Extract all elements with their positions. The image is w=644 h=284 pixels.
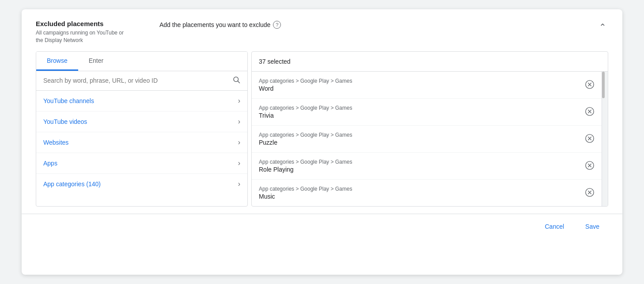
section-subtitle: All campaigns running on YouTube or the … — [36, 29, 124, 44]
modal-header: Excluded placements All campaigns runnin… — [22, 9, 622, 51]
selected-header: 37 selected — [252, 52, 608, 72]
item-path: App categories > Google Play > Games — [259, 132, 352, 138]
item-content: App categories > Google Play > Games Tri… — [259, 105, 352, 119]
list-item: App categories > Google Play > Games Tri… — [252, 99, 602, 126]
scrollbar-thumb[interactable] — [602, 72, 605, 98]
item-path: App categories > Google Play > Games — [259, 186, 352, 192]
item-content: App categories > Google Play > Games Rol… — [259, 159, 352, 173]
nav-item-label: Apps — [43, 160, 57, 167]
section-title: Excluded placements — [36, 20, 142, 27]
nav-item-label: YouTube channels — [43, 97, 94, 104]
section-title-block: Excluded placements All campaigns runnin… — [36, 20, 142, 44]
search-icon — [232, 76, 240, 86]
item-path: App categories > Google Play > Games — [259, 78, 352, 84]
nav-item-label: Websites — [43, 139, 68, 146]
modal-body: Browse Enter YouTube channels › — [22, 51, 622, 214]
remove-button[interactable] — [585, 161, 595, 173]
selected-panel: 37 selected App categories > Google Play… — [251, 51, 608, 207]
nav-list: YouTube channels › YouTube videos › Webs… — [36, 91, 247, 194]
tab-enter[interactable]: Enter — [78, 52, 114, 71]
help-icon[interactable]: ? — [273, 21, 281, 29]
selected-panel-inner: App categories > Google Play > Games Wor… — [252, 72, 608, 206]
search-box — [36, 71, 247, 91]
excluded-placements-modal: Excluded placements All campaigns runnin… — [22, 9, 622, 275]
tab-browse[interactable]: Browse — [36, 52, 78, 71]
item-name: Puzzle — [259, 139, 352, 146]
remove-button[interactable] — [585, 188, 595, 200]
chevron-right-icon: › — [238, 118, 240, 126]
item-name: Role Playing — [259, 166, 352, 173]
list-item: App categories > Google Play > Games Mus… — [252, 180, 602, 206]
browse-panel: Browse Enter YouTube channels › — [36, 51, 248, 207]
remove-button[interactable] — [585, 134, 595, 146]
list-item: App categories > Google Play > Games Wor… — [252, 72, 602, 99]
search-input[interactable] — [43, 77, 229, 84]
chevron-right-icon: › — [238, 180, 240, 188]
item-name: Trivia — [259, 112, 352, 119]
cancel-button[interactable]: Cancel — [536, 219, 573, 234]
remove-button[interactable] — [585, 107, 595, 119]
save-button[interactable]: Save — [576, 219, 608, 234]
scrollbar[interactable] — [602, 72, 608, 206]
tabs: Browse Enter — [36, 52, 247, 71]
list-item: App categories > Google Play > Games Rol… — [252, 153, 602, 180]
item-content: App categories > Google Play > Games Mus… — [259, 186, 352, 200]
selected-list: App categories > Google Play > Games Wor… — [252, 72, 602, 206]
collapse-icon[interactable]: ⌃ — [597, 20, 608, 34]
modal-footer: Cancel Save — [22, 214, 622, 242]
item-path: App categories > Google Play > Games — [259, 105, 352, 111]
chevron-right-icon: › — [238, 159, 240, 167]
nav-item-youtube-channels[interactable]: YouTube channels › — [36, 91, 247, 111]
nav-item-label: YouTube videos — [43, 118, 87, 125]
nav-item-websites[interactable]: Websites › — [36, 132, 247, 153]
header-description-text: Add the placements you want to exclude — [159, 21, 270, 28]
item-path: App categories > Google Play > Games — [259, 159, 352, 165]
nav-item-apps[interactable]: Apps › — [36, 153, 247, 174]
list-item: App categories > Google Play > Games Puz… — [252, 126, 602, 153]
chevron-right-icon: › — [238, 138, 240, 146]
item-content: App categories > Google Play > Games Wor… — [259, 78, 352, 92]
nav-item-youtube-videos[interactable]: YouTube videos › — [36, 111, 247, 132]
item-content: App categories > Google Play > Games Puz… — [259, 132, 352, 146]
chevron-right-icon: › — [238, 97, 240, 105]
selected-list-wrapper: App categories > Google Play > Games Wor… — [252, 72, 602, 206]
header-description: Add the placements you want to exclude ? — [159, 20, 281, 29]
item-name: Word — [259, 85, 352, 92]
remove-button[interactable] — [585, 80, 595, 92]
header-left: Excluded placements All campaigns runnin… — [36, 20, 281, 44]
nav-item-app-categories[interactable]: App categories (140) › — [36, 174, 247, 194]
svg-line-1 — [238, 81, 239, 83]
nav-item-label: App categories (140) — [43, 180, 101, 188]
item-name: Music — [259, 193, 352, 200]
